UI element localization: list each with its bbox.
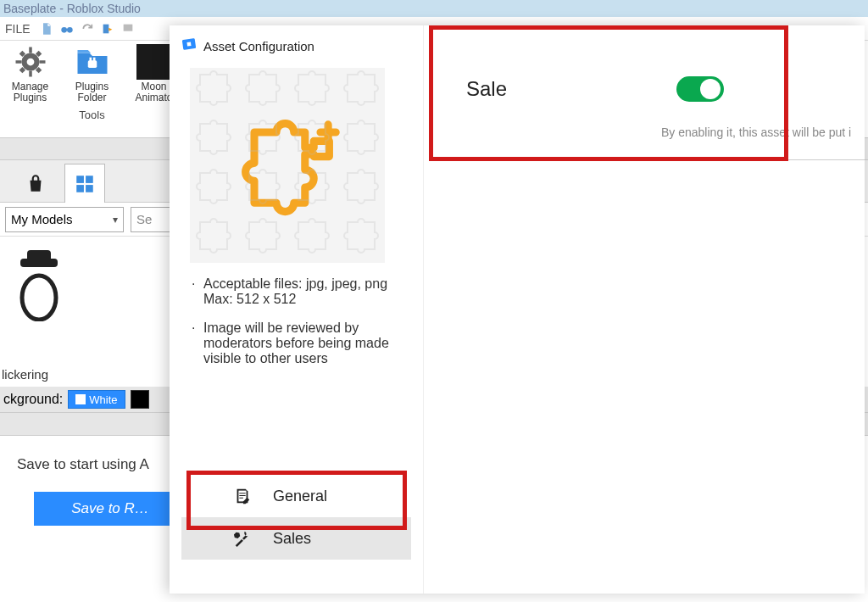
background-white-button[interactable]: White [68, 390, 125, 409]
background-black-button[interactable] [131, 390, 149, 409]
export-icon[interactable] [100, 21, 115, 36]
svg-rect-3 [123, 24, 132, 31]
nav-general[interactable]: General [181, 475, 411, 517]
folder-plug-icon [75, 44, 110, 80]
toolbox-tab-inventory[interactable] [64, 164, 105, 203]
svg-rect-6 [29, 71, 32, 77]
sale-hint: By enabling it, this asset will be put i [661, 125, 865, 139]
white-swatch-icon [75, 394, 86, 404]
thumbnail-preview[interactable] [190, 68, 385, 263]
manage-plugins-button[interactable]: Manage Plugins [7, 44, 53, 103]
svg-rect-15 [89, 58, 92, 61]
save-button[interactable]: Save to R… [34, 492, 186, 526]
sale-toggle[interactable] [676, 76, 724, 102]
svg-rect-5 [29, 47, 32, 53]
ribbon-item-label: Manage Plugins [7, 81, 53, 103]
svg-rect-16 [92, 58, 95, 61]
dropdown-icon[interactable] [120, 21, 136, 36]
redo-icon[interactable] [80, 21, 95, 36]
svg-rect-19 [86, 176, 93, 183]
svg-rect-27 [190, 68, 385, 263]
ribbon-item-label: Plugins Folder [69, 81, 115, 103]
dialog-title: Asset Configuration [203, 39, 314, 53]
svg-rect-14 [87, 60, 97, 68]
category-dropdown[interactable]: My Models ▾ [5, 207, 124, 232]
svg-rect-26 [186, 42, 191, 46]
binoculars-icon[interactable] [59, 21, 75, 36]
background-label: ckground: [3, 392, 63, 407]
roblox-logo-icon [181, 36, 197, 55]
title-bar: Baseplate - Roblox Studio [0, 0, 868, 17]
document-edit-icon [232, 486, 253, 506]
window-title: Baseplate - Roblox Studio [3, 2, 141, 15]
svg-rect-17 [136, 44, 172, 80]
moon-icon [136, 44, 172, 80]
file-menu-label[interactable]: FILE [5, 22, 31, 36]
thumbnail-info: ·Acceptable files: jpg, jpeg, pngMax: 51… [192, 276, 411, 380]
plugins-folder-button[interactable]: Plugins Folder [69, 44, 115, 103]
ribbon-group-label: Tools [79, 109, 104, 121]
svg-rect-20 [76, 185, 84, 192]
gear-icon [13, 44, 48, 80]
toolbox-tab-marketplace[interactable] [15, 164, 56, 203]
asset-thumbnail[interactable] [8, 245, 70, 321]
svg-rect-8 [39, 60, 45, 64]
search-placeholder: Se [136, 212, 152, 226]
dropdown-value: My Models [11, 212, 73, 226]
tools-icon [232, 528, 253, 549]
dialog-right-pane: Sale By enabling it, this asset will be … [424, 25, 865, 594]
sale-label: Sale [466, 77, 507, 101]
svg-rect-24 [20, 259, 58, 267]
svg-rect-7 [15, 60, 21, 64]
svg-point-13 [26, 59, 34, 66]
puzzle-pattern-icon [190, 68, 385, 263]
new-file-icon[interactable] [39, 21, 54, 36]
svg-rect-18 [76, 176, 84, 183]
toggle-knob-icon [700, 79, 721, 99]
nav-sales[interactable]: Sales [181, 517, 411, 560]
asset-configuration-dialog: Asset Configuration ·Acceptable files: j… [170, 25, 865, 594]
svg-point-22 [22, 276, 56, 320]
svg-rect-21 [86, 185, 93, 192]
svg-rect-2 [65, 29, 69, 31]
divider [466, 159, 865, 160]
dialog-left-pane: Asset Configuration ·Acceptable files: j… [170, 25, 424, 594]
ribbon-group-tools: Manage Plugins Plugins Folder Moon Anima… [7, 44, 177, 137]
chevron-down-icon: ▾ [113, 214, 118, 226]
